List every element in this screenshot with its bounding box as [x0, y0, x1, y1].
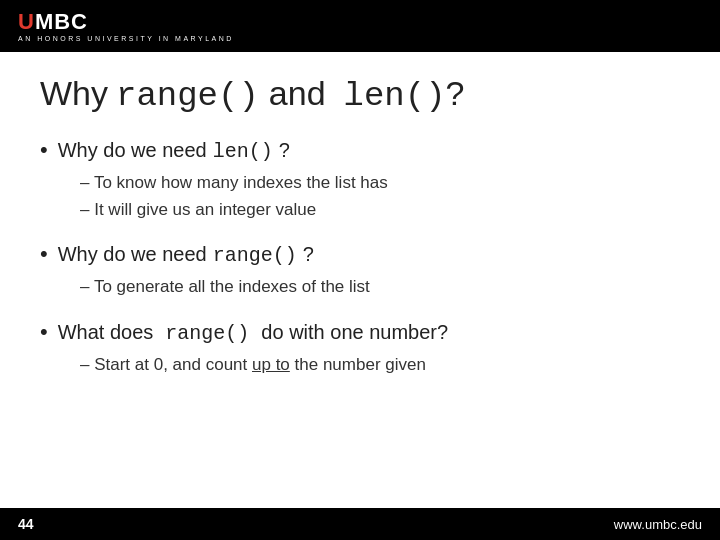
bullet3-suffix: do with one number?	[261, 321, 448, 344]
title-range: range()	[116, 77, 259, 115]
title-question: ?	[446, 74, 465, 113]
bullet-dot-1: •	[40, 137, 48, 163]
slide-title: Why range() and len()?	[40, 74, 680, 115]
underline-upto: up to	[252, 355, 290, 374]
bullet-main-2: • Why do we need range()?	[40, 241, 680, 267]
bullet2-subbullets: To generate all the indexes of the list	[40, 273, 680, 300]
bullet-section-3: • What does range() do with one number? …	[40, 319, 680, 378]
bullet-main-3: • What does range() do with one number?	[40, 319, 680, 345]
title-and: and	[269, 74, 326, 113]
umbc-logo-text: UMBC	[18, 11, 720, 33]
sub-bullet-1-1: To know how many indexes the list has	[80, 169, 680, 196]
sub-bullet-2-1: To generate all the indexes of the list	[80, 273, 680, 300]
header-bar: UMBC AN HONORS UNIVERSITY IN MARYLAND	[0, 0, 720, 52]
bullet2-code: range()	[213, 244, 297, 267]
bullet-dot-3: •	[40, 319, 48, 345]
title-len: len()	[344, 77, 446, 115]
bullet2-prefix: Why do we need	[58, 243, 207, 266]
page-number: 44	[18, 516, 34, 532]
sub-bullet-1-2: It will give us an integer value	[80, 196, 680, 223]
bullet-section-1: • Why do we need len()? To know how many…	[40, 137, 680, 223]
bullet2-suffix: ?	[303, 243, 314, 266]
umbc-logo: UMBC AN HONORS UNIVERSITY IN MARYLAND	[18, 11, 720, 42]
bullet3-subbullets: Start at 0, and count up to the number g…	[40, 351, 680, 378]
title-why: Why	[40, 74, 108, 113]
bullet3-prefix: What does	[58, 321, 154, 344]
slide-content: Why range() and len()? • Why do we need …	[0, 52, 720, 508]
bullet-section-2: • Why do we need range()? To generate al…	[40, 241, 680, 300]
bullet-main-1: • Why do we need len()?	[40, 137, 680, 163]
bullet-dot-2: •	[40, 241, 48, 267]
footer-url: www.umbc.edu	[614, 517, 702, 532]
bullet3-code: range()	[165, 322, 249, 345]
bullet1-code: len()	[213, 140, 273, 163]
sub-bullet-3-1: Start at 0, and count up to the number g…	[80, 351, 680, 378]
bullet1-suffix: ?	[279, 139, 290, 162]
footer-bar: 44 www.umbc.edu	[0, 508, 720, 540]
bullet1-prefix: Why do we need	[58, 139, 207, 162]
bullet1-subbullets: To know how many indexes the list has It…	[40, 169, 680, 223]
umbc-subtitle: AN HONORS UNIVERSITY IN MARYLAND	[18, 35, 720, 42]
